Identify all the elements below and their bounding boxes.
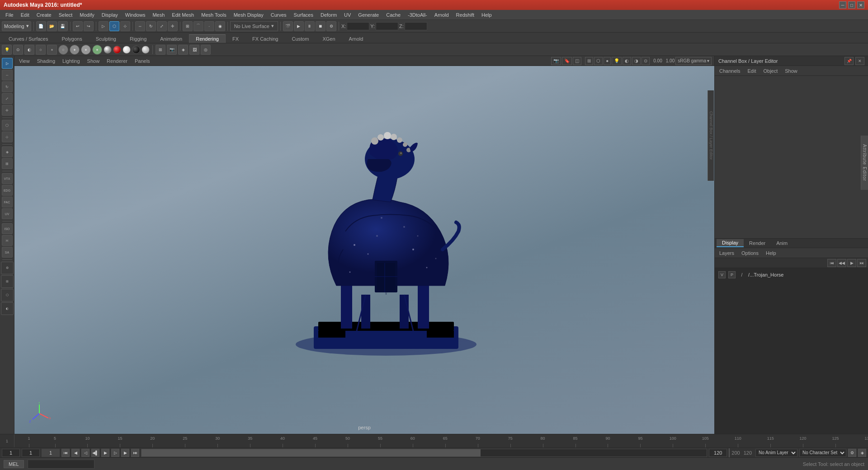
menu-mesh[interactable]: Mesh — [149, 10, 168, 19]
anim-layer-select[interactable]: No Anim Layer — [755, 449, 797, 457]
play-forward-button[interactable]: ▶ — [101, 449, 109, 457]
vp-tb-shading-type[interactable]: ● — [604, 57, 611, 65]
end-frame-input[interactable] — [709, 449, 727, 457]
snap-magnet-button[interactable]: ◈ — [2, 146, 13, 157]
select-mode-button[interactable]: ▷ — [2, 58, 13, 69]
layer-edit-button[interactable]: / — [738, 271, 745, 278]
layer-next-next-button[interactable]: ⏭ — [857, 259, 866, 267]
grid-button[interactable]: ⊞ — [156, 45, 165, 55]
tab-fx-caching[interactable]: FX Caching — [245, 34, 285, 43]
menu-generate[interactable]: Generate — [354, 10, 382, 19]
char-set-button[interactable]: ◈ — [858, 449, 866, 457]
tab-rendering[interactable]: Rendering — [189, 34, 226, 43]
menu-surfaces[interactable]: Surfaces — [290, 10, 317, 19]
menu-edit-mesh[interactable]: Edit Mesh — [168, 10, 198, 19]
ch-pin-button[interactable]: 📌 — [844, 57, 854, 65]
tab-custom[interactable]: Custom — [285, 34, 316, 43]
rb2[interactable]: ◐ — [24, 45, 34, 55]
layer-prev-prev-button[interactable]: ⏮ — [827, 259, 836, 267]
lm-options[interactable]: Options — [739, 249, 761, 257]
prev-frame-button[interactable]: ◀ — [71, 449, 80, 457]
play-back-button[interactable]: ◀▌ — [91, 449, 99, 457]
layer-playback-button[interactable]: P — [728, 271, 736, 278]
snap-grid-button[interactable]: ⊞ — [183, 21, 193, 31]
x-input[interactable] — [347, 22, 369, 30]
universal-button[interactable]: ✛ — [168, 21, 178, 31]
timeline-area[interactable]: 1 15101520253035404550556065707580859095… — [0, 434, 868, 447]
y-input[interactable] — [376, 22, 398, 30]
vp-tb-wire-sel[interactable]: ⬡ — [594, 57, 603, 65]
layer-frame-input[interactable] — [42, 449, 60, 457]
tab-anim-layers[interactable]: Anim — [771, 240, 793, 247]
snap-point-button[interactable]: · — [204, 21, 214, 31]
ch-menu-channels[interactable]: Channels — [717, 67, 743, 75]
flat-sphere[interactable]: ● — [70, 45, 80, 55]
open-file-button[interactable]: 📂 — [47, 21, 57, 31]
status-input[interactable] — [28, 460, 94, 469]
menu-create[interactable]: Create — [33, 10, 55, 19]
menu-cache[interactable]: Cache — [382, 10, 404, 19]
vertex-mode-button[interactable]: VTX — [2, 173, 13, 184]
lit-sphere[interactable] — [104, 46, 112, 54]
vp-menu-panels[interactable]: Panels — [133, 57, 152, 65]
lm-layers[interactable]: Layers — [717, 249, 737, 257]
white-sphere[interactable] — [123, 46, 131, 54]
viewport-canvas[interactable]: X Y Z persp — [14, 66, 714, 434]
vp-tb-grid[interactable]: ⊞ — [585, 57, 593, 65]
minimize-button[interactable]: ─ — [839, 1, 846, 9]
ch-close-button[interactable]: ✕ — [855, 57, 864, 65]
vp-tb-shadows[interactable]: ◐ — [623, 57, 631, 65]
tab-xgen[interactable]: XGen — [316, 34, 342, 43]
menu-redshift[interactable]: Redshift — [453, 10, 478, 19]
light-button[interactable]: 💡 — [2, 45, 12, 55]
tab-fx[interactable]: FX — [226, 34, 245, 43]
anim-settings-button[interactable]: ⚙ — [848, 449, 856, 457]
tab-curves-surfaces[interactable]: Curves / Surfaces — [2, 34, 55, 43]
menu-3dtall[interactable]: -3DtoAll- — [404, 10, 431, 19]
move-mode-button[interactable]: ↔ — [2, 70, 13, 80]
lm-help[interactable]: Help — [763, 249, 779, 257]
current-frame-input[interactable] — [22, 449, 40, 457]
snap-view-button[interactable]: ◉ — [215, 21, 225, 31]
stop-render-button[interactable]: ⏹ — [316, 21, 326, 31]
render-view-button[interactable]: 🖼 — [189, 45, 199, 55]
timeline-ruler[interactable]: 1510152025303540455055606570758085909510… — [29, 434, 868, 447]
layer-next-button[interactable]: ▶ — [847, 259, 856, 267]
menu-modify[interactable]: Modify — [76, 10, 98, 19]
snap-grid-sb-button[interactable]: ⊞ — [2, 158, 13, 169]
menu-help[interactable]: Help — [478, 10, 495, 19]
vp-tb-ssao[interactable]: ◑ — [632, 57, 641, 65]
shading-button[interactable]: ◐ — [1, 302, 14, 315]
next-frame-button[interactable]: ▶ — [121, 449, 129, 457]
vp-menu-shading[interactable]: Shading — [35, 57, 57, 65]
isolate-select-button[interactable]: ISO — [2, 223, 13, 234]
menu-file[interactable]: File — [2, 10, 17, 19]
attribute-editor-tab[interactable]: Attribute Editor — [861, 136, 868, 190]
edge-mode-button[interactable]: EDG — [2, 185, 13, 196]
move-button[interactable]: ↔ — [135, 21, 145, 31]
wire-sphere[interactable]: ○ — [58, 45, 68, 55]
menu-uv[interactable]: UV — [340, 10, 354, 19]
menu-mesh-tools[interactable]: Mesh Tools — [198, 10, 230, 19]
undo-button[interactable]: ↩ — [73, 21, 83, 31]
redo-button[interactable]: ↪ — [84, 21, 94, 31]
tab-render-layers[interactable]: Render — [744, 240, 771, 247]
lasso-tool-button[interactable]: ⬡ — [2, 120, 13, 131]
workspace-dropdown[interactable]: Modeling ▾ — [2, 21, 31, 31]
go-start-button[interactable]: ⏮ — [61, 449, 70, 457]
texture-sphere[interactable]: ● — [92, 45, 102, 55]
snap-curve-button[interactable]: ⌒ — [193, 21, 203, 31]
vp-tb-camera[interactable]: 📷 — [551, 57, 561, 65]
character-set-select[interactable]: No Character Set — [799, 449, 846, 457]
tab-display-layers[interactable]: Display — [717, 239, 744, 247]
gray-sphere[interactable] — [142, 46, 150, 54]
hide-sel-button[interactable]: H — [2, 235, 13, 246]
show-all-button[interactable]: SA — [2, 247, 13, 258]
paint-tool-button[interactable]: ⊹ — [2, 132, 13, 142]
maximize-button[interactable]: □ — [848, 1, 855, 9]
camera-button[interactable]: 📷 — [167, 45, 177, 55]
menu-deform[interactable]: Deform — [317, 10, 340, 19]
mel-tab[interactable]: MEL — [4, 460, 24, 468]
vp-menu-lighting[interactable]: Lighting — [61, 57, 82, 65]
smooth-sphere[interactable]: ● — [81, 45, 91, 55]
